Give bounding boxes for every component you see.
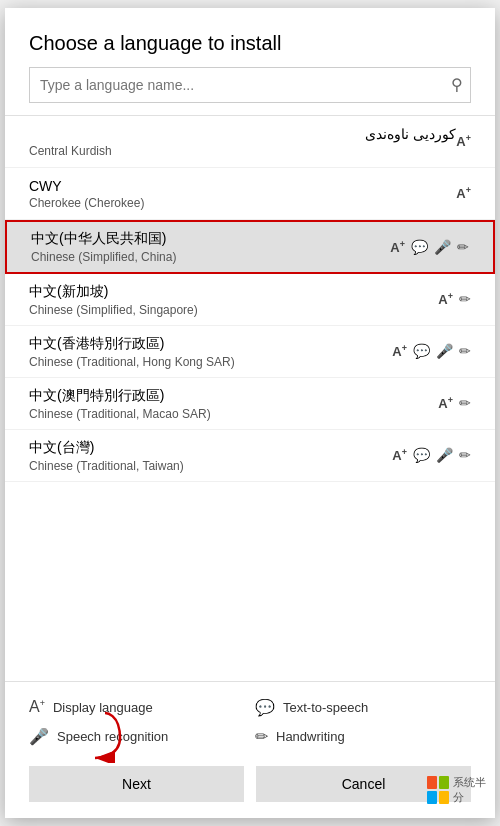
item-subname: Chinese (Simplified, Singapore) (29, 303, 438, 317)
item-subname: Chinese (Traditional, Taiwan) (29, 459, 392, 473)
item-subname: Chinese (Traditional, Macao SAR) (29, 407, 438, 421)
item-name: 中文(新加坡) (29, 283, 438, 301)
handwriting-icon: ✏ (459, 291, 471, 307)
windows-logo-blue (427, 791, 437, 804)
watermark: 系统半分 (427, 770, 487, 810)
item-name: کوردیی ناوەندی (29, 126, 456, 142)
item-subname: Cherokee (Cherokee) (29, 196, 456, 210)
list-item[interactable]: 中文(新加坡) Chinese (Simplified, Singapore) … (5, 274, 495, 326)
item-icons: A+ 💬 🎤 ✏ (390, 239, 469, 255)
display-language-icon: A+ (456, 185, 471, 201)
list-item-selected[interactable]: 中文(中华人民共和国) Chinese (Simplified, China) … (5, 220, 495, 274)
item-name: 中文(台灣) (29, 439, 392, 457)
display-language-icon: A+ (438, 291, 453, 307)
legend-display-language: A+ Display language (29, 698, 245, 717)
speech-recognition-icon: 🎤 (436, 447, 453, 463)
search-icon: ⚲ (451, 75, 463, 94)
item-icons: A+ (456, 185, 471, 201)
speech-recognition-icon: 🎤 (434, 239, 451, 255)
list-item[interactable]: 中文(香港特別行政區) Chinese (Traditional, Hong K… (5, 326, 495, 378)
item-icons: A+ (456, 133, 471, 149)
windows-logo-red (427, 776, 437, 789)
text-to-speech-icon: 💬 (411, 239, 428, 255)
legend-speech-recognition: 🎤 Speech recognition (29, 727, 245, 746)
windows-logo-green (439, 776, 449, 789)
item-name: 中文(澳門特別行政區) (29, 387, 438, 405)
display-language-icon: A+ (392, 447, 407, 463)
item-subname: Central Kurdish (29, 144, 456, 158)
item-name: CWY (29, 178, 456, 194)
handwriting-icon: ✏ (457, 239, 469, 255)
item-subname: Chinese (Simplified, China) (31, 250, 390, 264)
handwriting-icon: ✏ (459, 395, 471, 411)
list-item[interactable]: کوردیی ناوەندی Central Kurdish A+ (5, 116, 495, 168)
speech-recognition-icon: 🎤 (436, 343, 453, 359)
text-to-speech-icon: 💬 (413, 343, 430, 359)
display-language-icon: A+ (456, 133, 471, 149)
handwriting-icon: ✏ (459, 343, 471, 359)
language-dialog: Choose a language to install ⚲ کوردیی نا… (5, 8, 495, 818)
legend-speech-recognition-icon: 🎤 (29, 727, 49, 746)
list-item[interactable]: 中文(台灣) Chinese (Traditional, Taiwan) A+ … (5, 430, 495, 482)
windows-logo (427, 776, 449, 804)
item-name: 中文(香港特別行政區) (29, 335, 392, 353)
item-icons: A+ 💬 🎤 ✏ (392, 447, 471, 463)
windows-logo-yellow (439, 791, 449, 804)
legend-handwriting-label: Handwriting (276, 729, 345, 744)
legend-display-language-icon: A+ (29, 698, 45, 716)
legend-handwriting-icon: ✏ (255, 727, 268, 746)
legend-text-to-speech-icon: 💬 (255, 698, 275, 717)
search-container: ⚲ (5, 67, 495, 115)
language-list: کوردیی ناوەندی Central Kurdish A+ CWY Ch… (5, 115, 495, 681)
item-icons: A+ 💬 🎤 ✏ (392, 343, 471, 359)
text-to-speech-icon: 💬 (413, 447, 430, 463)
legend-text-to-speech: 💬 Text-to-speech (255, 698, 471, 717)
display-language-icon: A+ (392, 343, 407, 359)
dialog-title: Choose a language to install (5, 8, 495, 67)
list-item[interactable]: 中文(澳門特別行政區) Chinese (Traditional, Macao … (5, 378, 495, 430)
handwriting-icon: ✏ (459, 447, 471, 463)
search-input[interactable] (29, 67, 471, 103)
legend-handwriting: ✏ Handwriting (255, 727, 471, 746)
footer-buttons: Next Cancel (5, 758, 495, 818)
watermark-text: 系统半分 (453, 775, 487, 805)
item-subname: Chinese (Traditional, Hong Kong SAR) (29, 355, 392, 369)
display-language-icon: A+ (390, 239, 405, 255)
next-button[interactable]: Next (29, 766, 244, 802)
list-item[interactable]: CWY Cherokee (Cherokee) A+ (5, 168, 495, 220)
arrow-indicator (65, 708, 125, 763)
item-icons: A+ ✏ (438, 395, 471, 411)
display-language-icon: A+ (438, 395, 453, 411)
legend-text-to-speech-label: Text-to-speech (283, 700, 368, 715)
item-icons: A+ ✏ (438, 291, 471, 307)
item-name: 中文(中华人民共和国) (31, 230, 390, 248)
